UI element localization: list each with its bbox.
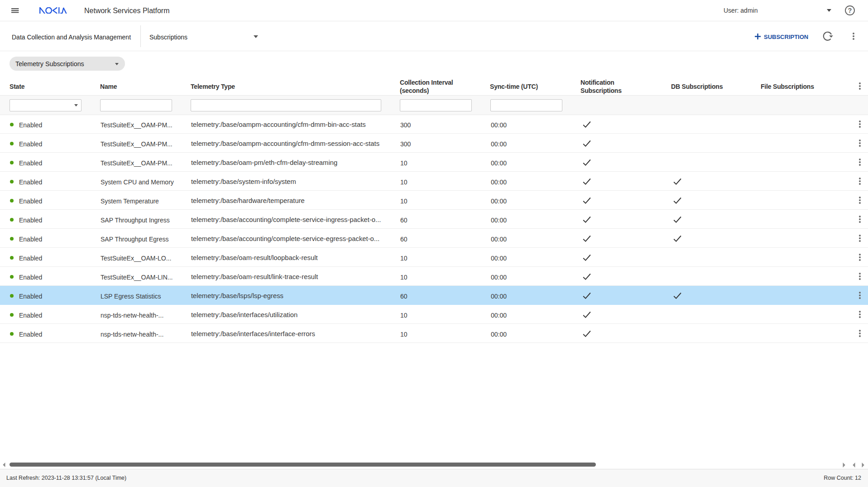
svg-text:?: ? bbox=[848, 6, 852, 14]
